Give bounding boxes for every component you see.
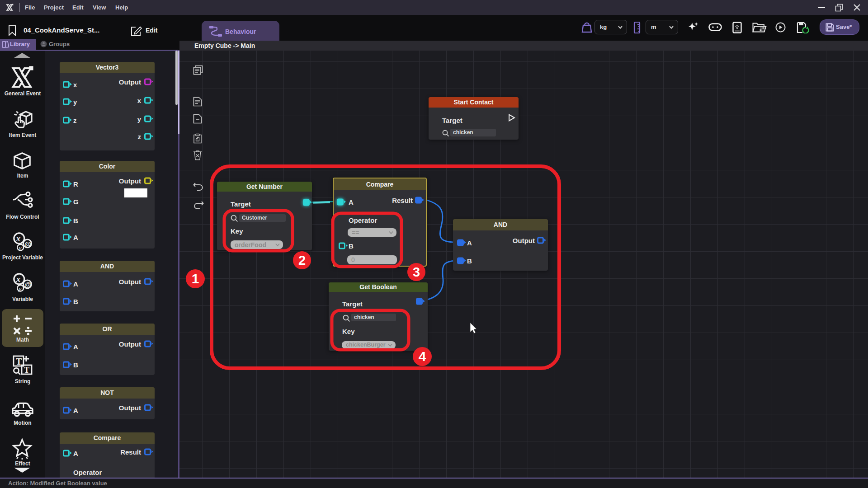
svg-text:1: 1 [192, 271, 199, 286]
svg-text:2: 2 [298, 253, 306, 267]
svg-text:3: 3 [413, 265, 420, 279]
svg-text:4: 4 [419, 349, 426, 364]
